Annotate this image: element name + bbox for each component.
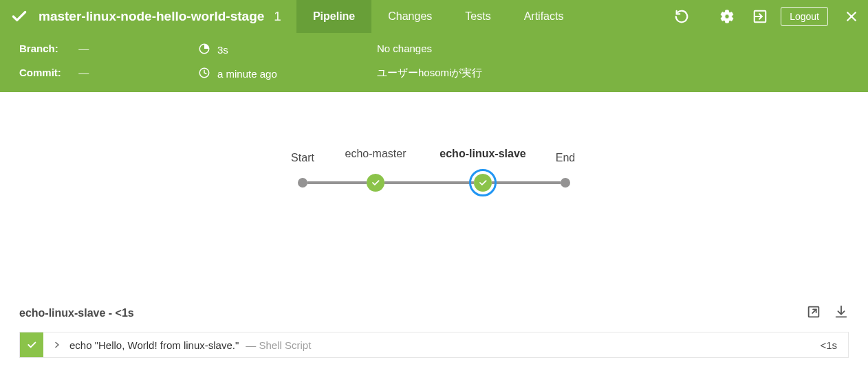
run-number: 1 [274, 0, 281, 33]
logout-button[interactable]: Logout [781, 7, 828, 26]
stage-start[interactable]: Start [298, 178, 307, 188]
commit-field: Commit: — [19, 67, 191, 81]
stage-label: echo-linux-slave [440, 148, 525, 160]
tab-artifacts[interactable]: Artifacts [508, 0, 581, 33]
close-icon[interactable] [835, 0, 868, 33]
pipeline-edge [384, 181, 474, 184]
stage-node-success [367, 174, 384, 192]
pipeline-graph: Start echo-master echo-linux-slave End [0, 114, 868, 251]
header-tabs: Pipeline Changes Tests Artifacts [296, 0, 581, 33]
cause-field: ユーザーhosomiが実行 [377, 67, 849, 81]
stage-end[interactable]: End [561, 178, 570, 188]
stage-label: End [556, 152, 575, 164]
log-section: echo-linux-slave - <1s echo "Hello, Worl… [0, 304, 868, 373]
step-duration: <1s [820, 339, 837, 351]
stage-echo-master[interactable]: echo-master [367, 174, 384, 192]
duration-field: 3s [198, 43, 370, 57]
commit-label: Commit: [19, 67, 67, 78]
duration-value: 3s [217, 44, 228, 56]
tab-tests[interactable]: Tests [448, 0, 507, 33]
info-strip: Branch: — 3s No changes Commit: — a minu… [0, 33, 868, 92]
clock-icon [198, 67, 210, 81]
branch-value: — [78, 43, 89, 54]
finished-field: a minute ago [198, 67, 370, 81]
commit-value: — [78, 67, 89, 78]
exit-icon[interactable] [744, 0, 777, 33]
pipeline-edge [492, 181, 561, 184]
pipeline-edge [307, 181, 367, 184]
changes-field: No changes [377, 43, 849, 57]
tab-changes[interactable]: Changes [371, 0, 448, 33]
duration-icon [198, 43, 210, 57]
finished-value: a minute ago [217, 68, 277, 80]
branch-label: Branch: [19, 43, 67, 54]
step-meta: — Shell Script [246, 339, 311, 351]
stage-label: echo-master [345, 148, 406, 160]
stage-dot [561, 178, 570, 188]
stage-node-selected [474, 174, 492, 192]
rerun-icon[interactable] [665, 0, 698, 33]
gear-icon[interactable] [710, 0, 744, 33]
stage-label: Start [291, 152, 314, 164]
log-section-title: echo-linux-slave - <1s [19, 307, 134, 319]
status-check-icon [0, 0, 39, 33]
branch-field: Branch: — [19, 43, 191, 57]
chevron-right-icon [53, 339, 61, 351]
stage-echo-linux-slave[interactable]: echo-linux-slave [474, 174, 492, 192]
tab-pipeline[interactable]: Pipeline [296, 0, 371, 33]
open-externally-icon[interactable] [806, 304, 821, 322]
step-status-success-icon [20, 332, 43, 357]
step-command: echo "Hello, World! from linux-slave." [69, 339, 239, 351]
download-icon[interactable] [834, 304, 849, 322]
stage-dot [298, 178, 307, 188]
page-title: master-linux-node-hello-world-stage [39, 0, 270, 33]
log-step-row[interactable]: echo "Hello, World! from linux-slave." —… [19, 332, 849, 358]
